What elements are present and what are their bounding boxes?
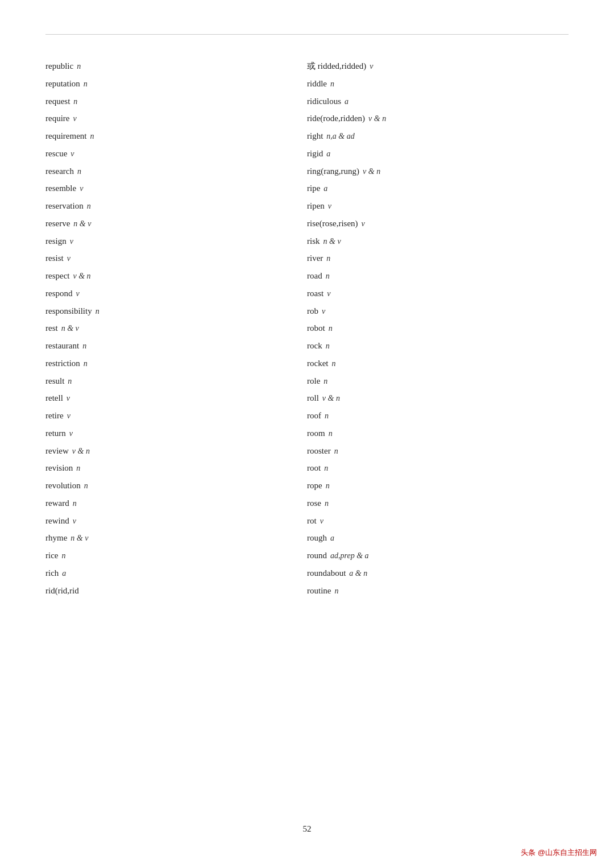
pos-text: v & n: [73, 268, 90, 285]
pos-text: n: [61, 548, 65, 564]
pos-text: v & n: [363, 164, 380, 180]
list-item: robotn: [307, 319, 569, 337]
list-item: ripea: [307, 180, 569, 197]
pos-text: v: [80, 181, 83, 197]
pos-text: n: [73, 94, 77, 110]
pos-text: a & n: [349, 566, 367, 582]
word-text: rescue: [45, 145, 67, 163]
list-item: ring(rang,rung)v & n: [307, 163, 569, 180]
list-item: ricen: [45, 547, 307, 564]
pos-text: v: [70, 234, 73, 250]
list-item: roastv: [307, 285, 569, 302]
pos-text: v: [320, 513, 323, 530]
word-text: return: [45, 425, 66, 442]
pos-text: n: [90, 128, 94, 145]
list-item: requirementn: [45, 127, 307, 145]
list-item: restrictionn: [45, 355, 307, 372]
list-item: rightn,a & ad: [307, 127, 569, 145]
list-item: returnv: [45, 425, 307, 442]
word-text: reward: [45, 495, 69, 512]
word-text: ridiculous: [307, 93, 341, 110]
pos-text: v: [327, 286, 330, 302]
list-item: resistv: [45, 250, 307, 267]
pos-text: n: [84, 76, 88, 93]
pos-text: n: [325, 408, 329, 425]
list-item: roostern: [307, 442, 569, 460]
list-item: rolen: [307, 372, 569, 390]
word-text: rock: [307, 337, 322, 355]
pos-text: n: [331, 356, 335, 372]
word-text: roll: [307, 389, 319, 407]
word-text: rhyme: [45, 529, 67, 547]
word-text: role: [307, 372, 320, 390]
page: republicnreputationnrequestnrequirevrequ…: [0, 0, 614, 868]
pos-text: n: [326, 251, 330, 267]
pos-text: n & v: [70, 530, 88, 547]
word-text: require: [45, 110, 69, 127]
pos-text: n: [76, 460, 80, 477]
word-text: 或 ridded,ridded): [307, 57, 366, 75]
pos-text: v: [67, 251, 70, 267]
pos-text: n: [326, 338, 330, 355]
word-text: rope: [307, 477, 322, 495]
pos-text: n: [87, 198, 91, 215]
word-text: ring(rang,rung): [307, 163, 359, 180]
word-columns: republicnreputationnrequestnrequirevrequ…: [45, 57, 569, 599]
pos-text: n: [329, 321, 333, 337]
list-item: rollv & n: [307, 389, 569, 407]
list-item: resemblev: [45, 180, 307, 197]
word-text: rid(rid,rid: [45, 582, 79, 600]
word-text: rot: [307, 512, 317, 530]
pos-text: n: [68, 373, 72, 390]
word-text: roast: [307, 285, 323, 302]
word-text: restaurant: [45, 337, 79, 355]
list-item: responsibilityn: [45, 302, 307, 320]
list-item: respondv: [45, 285, 307, 302]
list-item: rhymen & v: [45, 529, 307, 547]
pos-text: n: [84, 478, 88, 495]
list-item: routinen: [307, 582, 569, 600]
list-item: reputationn: [45, 75, 307, 93]
pos-text: v: [70, 146, 74, 163]
word-text: rocket: [307, 355, 328, 372]
pos-text: v: [69, 426, 73, 442]
word-text: retell: [45, 389, 63, 407]
word-text: research: [45, 163, 74, 180]
pos-text: n: [96, 304, 99, 320]
pos-text: a: [345, 94, 349, 110]
list-item: revolutionn: [45, 477, 307, 495]
list-item: rivern: [307, 250, 569, 267]
list-item: roadn: [307, 267, 569, 285]
word-text: ripe: [307, 180, 320, 197]
pos-text: ad,prep & a: [330, 548, 369, 564]
word-text: rough: [307, 529, 327, 547]
word-text: request: [45, 93, 70, 110]
pos-text: v & n: [72, 443, 90, 460]
pos-text: n: [84, 356, 88, 372]
pos-text: v: [76, 286, 80, 302]
word-text: resign: [45, 232, 67, 250]
watermark: 头条 @山东自主招生网: [521, 848, 597, 858]
word-text: root: [307, 459, 321, 477]
pos-text: v: [328, 198, 331, 215]
list-item: rewardn: [45, 495, 307, 512]
pos-text: n & v: [73, 216, 91, 232]
pos-text: n: [326, 478, 330, 495]
list-item: restn & v: [45, 319, 307, 337]
word-text: round: [307, 547, 327, 564]
word-text: right: [307, 127, 323, 145]
pos-text: n: [73, 496, 77, 512]
word-text: requirement: [45, 127, 86, 145]
word-text: respond: [45, 285, 73, 302]
word-text: reservation: [45, 197, 84, 215]
word-text: riddle: [307, 75, 327, 93]
list-item: roundad,prep & a: [307, 547, 569, 564]
pos-text: v: [322, 304, 325, 320]
list-item: roundabouta & n: [307, 564, 569, 582]
list-item: rootn: [307, 459, 569, 477]
word-text: roof: [307, 407, 321, 425]
pos-text: v: [67, 391, 70, 407]
list-item: roomn: [307, 425, 569, 442]
list-item: republicn: [45, 57, 307, 75]
list-item: researchn: [45, 163, 307, 180]
